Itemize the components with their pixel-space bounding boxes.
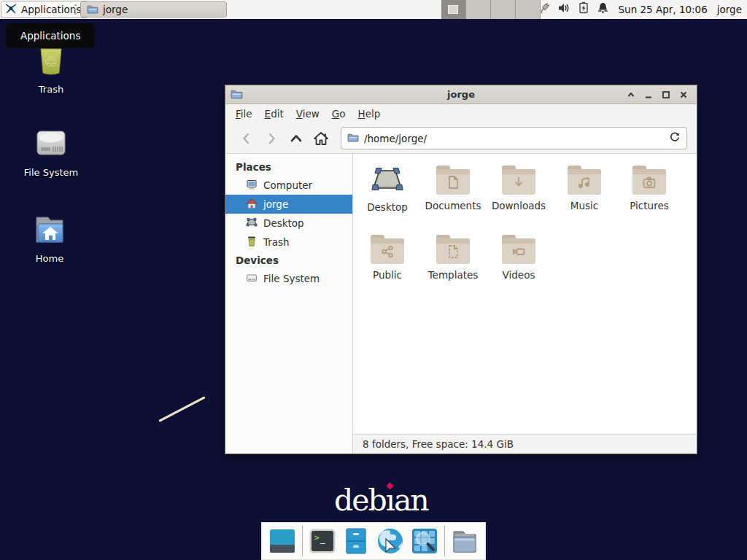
music-folder-icon	[568, 166, 601, 195]
drive-icon	[246, 272, 258, 286]
workspace-window-preview	[448, 5, 458, 14]
path-bar[interactable]: /home/jorge/	[341, 127, 687, 149]
computer-icon	[246, 179, 258, 192]
file-item-music[interactable]: Music	[552, 166, 616, 211]
file-item-documents[interactable]: Documents	[421, 166, 485, 211]
dock-file-manager[interactable]	[342, 525, 371, 557]
sidebar-item-jorge[interactable]: jorge	[225, 195, 352, 214]
home-folder-icon	[31, 236, 68, 249]
file-item-templates[interactable]: Templates	[421, 235, 485, 281]
desktop-icon-home[interactable]: Home	[9, 213, 90, 264]
sidebar: Places Computer	[225, 154, 353, 454]
notifications-bell-icon[interactable]	[597, 1, 609, 18]
workspace-pager[interactable]	[441, 0, 541, 19]
templates-folder-icon	[436, 235, 470, 264]
panel-status-area: Sun 25 Apr, 10:06 jorge	[537, 0, 743, 19]
desktop-icon-label: File System	[11, 167, 91, 178]
pictures-folder-icon	[632, 166, 666, 195]
dock-separator	[302, 526, 303, 556]
close-icon	[679, 90, 688, 99]
system-tray	[537, 1, 609, 18]
workspace-1[interactable]	[441, 0, 466, 19]
up-button[interactable]	[284, 128, 309, 149]
recycle-glyph: ♲	[44, 53, 58, 71]
chevron-right-icon	[265, 132, 278, 145]
workspace-2[interactable]	[466, 0, 491, 19]
sidebar-item-computer[interactable]: Computer	[225, 176, 352, 195]
path-input[interactable]: /home/jorge/	[364, 133, 664, 144]
sidebar-item-label: Computer	[263, 179, 312, 191]
downloads-folder-icon	[502, 166, 535, 195]
file-item-desktop[interactable]: Desktop	[355, 166, 419, 213]
shade-button[interactable]	[622, 85, 640, 104]
menubar: File Edit View Go Help	[225, 104, 697, 123]
home-icon	[313, 131, 329, 146]
maximize-icon	[662, 90, 670, 99]
desktop-icon-label: Home	[9, 253, 90, 264]
menu-file[interactable]: File	[236, 108, 252, 120]
sidebar-item-label: jorge	[263, 198, 288, 210]
show-desktop-icon	[268, 528, 296, 554]
file-view: Desktop Documents	[353, 154, 697, 454]
sidebar-header-places: Places	[225, 158, 352, 176]
window-body: Places Computer	[225, 153, 697, 454]
file-item-public[interactable]: Public	[355, 235, 419, 281]
window-folder-icon	[231, 88, 243, 102]
reload-icon[interactable]	[669, 131, 681, 146]
panel-grip[interactable]	[74, 4, 77, 15]
sidebar-item-trash[interactable]: Trash	[225, 233, 352, 252]
file-label: Music	[552, 200, 616, 211]
maximize-button[interactable]	[657, 85, 675, 104]
forward-button[interactable]	[259, 128, 284, 149]
menu-edit[interactable]: Edit	[265, 108, 284, 120]
file-item-downloads[interactable]: Downloads	[487, 166, 551, 211]
back-button[interactable]	[234, 128, 259, 149]
panel-clock[interactable]: Sun 25 Apr, 10:06	[619, 4, 708, 15]
top-panel: Applications jorge	[0, 0, 747, 19]
window-titlebar[interactable]: jorge	[225, 85, 697, 104]
volume-icon[interactable]	[557, 1, 570, 18]
tooltip-text: Applications	[20, 30, 80, 42]
chevron-up-icon	[627, 90, 635, 99]
documents-folder-icon	[436, 166, 470, 195]
taskbar-window-button[interactable]: jorge	[80, 1, 227, 18]
network-plug-icon[interactable]	[537, 1, 551, 18]
toolbar: /home/jorge/	[225, 123, 697, 153]
panel-username[interactable]: jorge	[717, 4, 742, 15]
dock-show-desktop[interactable]	[268, 525, 297, 557]
desktop-icon-file-system[interactable]: File System	[11, 125, 91, 178]
minimize-button[interactable]	[640, 85, 657, 104]
menu-view[interactable]: View	[296, 108, 320, 120]
folder-icon	[450, 528, 479, 554]
file-item-videos[interactable]: Videos	[487, 235, 551, 281]
debian-logo: debıan	[334, 483, 428, 518]
statusbar: 8 folders, Free space: 14.4 GiB	[353, 434, 697, 454]
sidebar-item-desktop[interactable]: Desktop	[225, 214, 352, 233]
file-grid[interactable]: Desktop Documents	[353, 154, 697, 434]
trash-icon: ♲	[33, 66, 69, 80]
home-icon	[246, 198, 258, 211]
window-controls	[622, 85, 692, 104]
dock-app-finder[interactable]	[410, 525, 439, 557]
menu-help[interactable]: Help	[358, 108, 381, 120]
file-item-pictures[interactable]: Pictures	[617, 166, 681, 211]
file-label: Videos	[487, 269, 551, 281]
xfce-logo-icon	[4, 2, 18, 18]
debian-logo-text: deb	[334, 483, 386, 518]
menu-go[interactable]: Go	[332, 108, 346, 120]
workspace-3[interactable]	[491, 0, 516, 19]
dock-folder[interactable]	[450, 525, 479, 557]
battery-icon[interactable]	[577, 1, 590, 18]
file-label: Pictures	[617, 200, 681, 211]
public-folder-icon	[371, 235, 404, 264]
file-label: Public	[355, 269, 419, 281]
sidebar-item-file-system[interactable]: File System	[225, 269, 352, 288]
dock-terminal[interactable]: > _	[308, 525, 337, 557]
home-button[interactable]	[309, 128, 333, 149]
dock-web-browser[interactable]	[376, 525, 405, 557]
file-cabinet-icon	[342, 527, 370, 555]
close-button[interactable]	[675, 85, 692, 104]
hard-drive-icon	[33, 149, 69, 163]
file-label: Desktop	[355, 201, 419, 213]
file-manager-window: jorge File Edit View Go Help	[225, 85, 697, 454]
